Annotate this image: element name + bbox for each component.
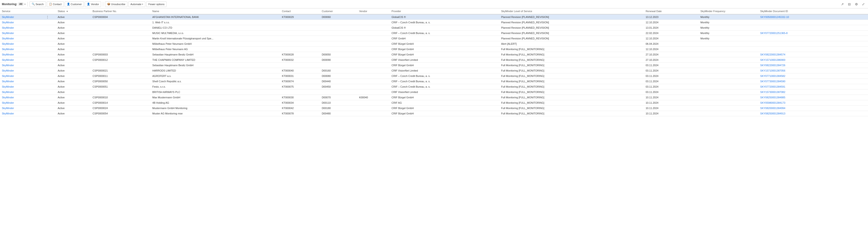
col-header-docid[interactable]: SkyMinder Document ID (758, 8, 868, 14)
cell-docid[interactable]: SKY07720001384591 (758, 84, 868, 89)
cell-docid[interactable]: SKY08250001384885 (758, 95, 868, 100)
expand-icon[interactable]: ⤢ (861, 1, 866, 7)
table-row[interactable]: SkyMinderActiveCSP0000003Sebastian Haupt… (0, 52, 868, 57)
col-header-contact[interactable]: Contact (280, 8, 320, 14)
table-row[interactable]: SkyMinderActiveCSP0000011AGROFERT a.s.KT… (0, 73, 868, 79)
cell-service[interactable]: SkyMinder (0, 52, 45, 57)
cell-service[interactable]: SkyMinder (0, 95, 45, 100)
cell-actions[interactable] (45, 63, 56, 68)
vendor-button[interactable]: 👤 Vendor (85, 1, 101, 7)
col-header-service[interactable]: Service (0, 8, 45, 14)
cell-actions[interactable] (45, 41, 56, 47)
col-header-customer[interactable]: Customer (320, 8, 358, 14)
col-header-status[interactable]: Status ▼ (56, 8, 91, 14)
cell-actions[interactable] (45, 20, 56, 25)
cell-actions[interactable] (45, 31, 56, 36)
cell-actions[interactable] (45, 25, 56, 31)
contact-button[interactable]: 📋 Contact (47, 1, 64, 7)
cell-actions[interactable] (45, 57, 56, 63)
cell-docid[interactable]: SKY15730001387082 (758, 89, 868, 95)
customer-button[interactable]: 👤 Customer (65, 1, 84, 7)
table-row[interactable]: SkyMinderActiveCSP0000012THE CHAPMAN COM… (0, 57, 868, 63)
cell-service[interactable]: SkyMinder (0, 47, 45, 52)
cell-docid[interactable]: SKY08250001384913 (758, 111, 868, 116)
share-icon[interactable]: ↗ (840, 1, 845, 7)
cell-docid[interactable]: SKY07710001384582 (758, 73, 868, 79)
cell-actions[interactable] (45, 106, 56, 111)
filter-icon[interactable]: ⊟ (846, 1, 852, 7)
col-header-name[interactable]: Name (150, 8, 280, 14)
cell-actions[interactable] (45, 95, 56, 100)
cell-docid[interactable]: SKY08220001384574 (758, 52, 868, 57)
table-row[interactable]: SkyMinderActiveMöbelhaus Peter Neumann G… (0, 41, 868, 47)
cell-docid[interactable]: SKY00500001245332-10 (758, 14, 868, 20)
col-header-bpno[interactable]: Business Partner No. (91, 8, 150, 14)
table-row[interactable]: SkyMinderActiveCSP0000051Festo, s.r.o.KT… (0, 84, 868, 89)
table-row[interactable]: SkyMinderActiveMartin Knoll Internationa… (0, 36, 868, 41)
all-badge[interactable]: All (18, 3, 24, 6)
cell-service[interactable]: SkyMinder (0, 111, 45, 116)
table-row[interactable]: SkyMinderActiveCSP0000024Mustermann GmbH… (0, 106, 868, 111)
cell-actions[interactable] (45, 73, 56, 79)
search-button[interactable]: 🔍 Search (30, 1, 46, 7)
table-row[interactable]: SkyMinderActiveCSP0000050Shell Czech Rep… (0, 79, 868, 84)
cell-docid[interactable] (758, 20, 868, 25)
table-row[interactable]: SkyMinder⋮ActiveCSP0000004AFGHANISTAN IN… (0, 14, 868, 20)
cell-actions[interactable] (45, 100, 56, 106)
fewer-options-button[interactable]: Fewer options (146, 1, 166, 7)
table-row[interactable]: SkyMinderActiveSebastian Hauptmann Besit… (0, 63, 868, 68)
cell-docid[interactable] (758, 47, 868, 52)
col-header-los[interactable]: SkyMinder Level of Service (499, 8, 644, 14)
cell-service[interactable]: SkyMinder (0, 68, 45, 73)
all-dropdown-arrow[interactable]: ▾ (25, 3, 26, 5)
table-row[interactable]: SkyMinderActiveCSP0000010Max Mustermann … (0, 95, 868, 100)
cell-actions[interactable] (45, 84, 56, 89)
cell-docid[interactable]: SKY07730001384590 (758, 79, 868, 84)
automate-button[interactable]: Automate ▾ (128, 1, 145, 7)
cell-docid[interactable]: SKY08220001384726 (758, 63, 868, 68)
cell-service[interactable]: SkyMinder (0, 89, 45, 95)
cell-service[interactable]: SkyMinder (0, 14, 45, 20)
cell-actions[interactable] (45, 52, 56, 57)
table-row[interactable]: SkyMinderActive1. Web IT s.r.o.CRIF – Cz… (0, 20, 868, 25)
cell-service[interactable]: SkyMinder (0, 84, 45, 89)
cell-service[interactable]: SkyMinder (0, 73, 45, 79)
cell-service[interactable]: SkyMinder (0, 100, 45, 106)
settings-icon[interactable]: ⚙ (854, 1, 859, 7)
cell-docid[interactable]: SKY15710001387056 (758, 68, 868, 73)
cell-actions[interactable] (45, 47, 56, 52)
table-row[interactable]: SkyMinderActiveCSP0000021HARRODS LIMITED… (0, 68, 868, 73)
cell-actions[interactable] (45, 79, 56, 84)
cell-service[interactable]: SkyMinder (0, 25, 45, 31)
cell-service[interactable]: SkyMinder (0, 20, 45, 25)
table-row[interactable]: SkyMinderActiveMUSIC MULTIMEDIA, s.r.o.C… (0, 31, 868, 36)
cell-service[interactable]: SkyMinder (0, 57, 45, 63)
table-row[interactable]: SkyMinderActiveBRITISH AIRWAYS PLCCRlF V… (0, 89, 868, 95)
cell-service[interactable]: SkyMinder (0, 63, 45, 68)
unsubscribe-button[interactable]: 📦 Unsubscribe (105, 1, 127, 7)
cell-docid[interactable]: SKY07720001251365-8 (758, 31, 868, 36)
table-row[interactable]: SkyMinderActiveDANIELI CO LTDGlobalCIS ®… (0, 25, 868, 31)
col-header-provider[interactable]: Provider (390, 8, 499, 14)
table-row[interactable]: SkyMinderActiveCSP0000054Muster AG Monit… (0, 111, 868, 116)
cell-actions[interactable] (45, 111, 56, 116)
cell-service[interactable]: SkyMinder (0, 36, 45, 41)
cell-docid[interactable]: SKY15710001386900 (758, 57, 868, 63)
cell-docid[interactable]: SKY08200001384994 (758, 106, 868, 111)
cell-service[interactable]: SkyMinder (0, 31, 45, 36)
cell-actions[interactable] (45, 68, 56, 73)
col-header-vendor[interactable]: Vendor (357, 8, 390, 14)
cell-actions[interactable] (45, 36, 56, 41)
cell-actions[interactable] (45, 89, 56, 95)
cell-docid[interactable] (758, 36, 868, 41)
cell-docid[interactable] (758, 41, 868, 47)
table-row[interactable]: SkyMinderActiveCSP00000144B Holding AGKT… (0, 100, 868, 106)
col-header-renewal[interactable]: Renewal Date (644, 8, 699, 14)
cell-service[interactable]: SkyMinder (0, 79, 45, 84)
cell-service[interactable]: SkyMinder (0, 106, 45, 111)
cell-service[interactable]: SkyMinder (0, 41, 45, 47)
table-row[interactable]: SkyMinderActiveMöbelhaus Peter Neumann A… (0, 47, 868, 52)
cell-docid[interactable] (758, 25, 868, 31)
cell-docid[interactable]: SKY05980001384173 (758, 100, 868, 106)
col-header-freq[interactable]: SkyMinder Frequency (699, 8, 758, 14)
